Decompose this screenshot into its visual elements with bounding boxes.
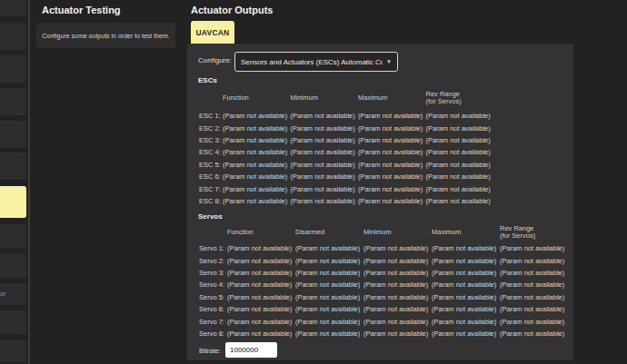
tab-uavcan[interactable]: UAVCAN [191, 21, 234, 44]
esc-rev-range-value: (Param not available) [426, 148, 494, 156]
esc-maximum-value: (Param not available) [358, 197, 426, 205]
esc-rev-range-value: (Param not available) [426, 197, 494, 205]
esc-minimum-value: (Param not available) [291, 161, 359, 169]
servo-minimum-value: (Param not available) [363, 318, 432, 326]
servo-maximum-value: (Param not available) [432, 293, 500, 301]
servo-minimum-value: (Param not available) [363, 280, 432, 289]
servo-maximum-value: (Param not available) [432, 318, 500, 326]
servo-table-row: Servo 3: (Param not available) (Param no… [187, 267, 573, 279]
esc-table-row: ESC 2: (Param not available) (Param not … [187, 122, 573, 133]
esc-row-label: ESC 2: [199, 124, 223, 133]
esc-rev-range-value: (Param not available) [426, 112, 494, 120]
servo-minimum-value: (Param not available) [363, 305, 432, 313]
servo-table-row: Servo 5: (Param not available) (Param no… [187, 291, 573, 303]
testing-notice-text: Configure some outputs in order to test … [42, 33, 169, 39]
esc-maximum-value: (Param not available) [358, 124, 426, 133]
esc-maximum-value: (Param not available) [358, 112, 426, 120]
servo-rev-range-value: (Param not available) [500, 244, 568, 252]
servo-maximum-value: (Param not available) [432, 244, 500, 252]
sidebar-item[interactable]: or [0, 283, 26, 305]
esc-table-row: ESC 1: (Param not available) (Param not … [187, 110, 573, 122]
sidebar-item[interactable] [0, 339, 26, 362]
chevron-down-icon: ▼ [386, 59, 392, 64]
sidebar-item[interactable] [0, 310, 26, 334]
esc-table-row: ESC 7: (Param not available) (Param not … [187, 182, 573, 194]
servo-function-value: (Param not available) [227, 257, 295, 265]
servo-rev-range-value: (Param not available) [500, 257, 568, 265]
servo-rev-range-value: (Param not available) [500, 318, 568, 326]
sidebar-item[interactable] [0, 253, 26, 278]
uavcan-panel: Configure: Sensors and Actuators (ESCs) … [187, 44, 573, 360]
servo-table-row: Servo 7: (Param not available) (Param no… [187, 315, 573, 327]
servo-minimum-value: (Param not available) [363, 269, 432, 277]
servo-table-row: Servo 4: (Param not available) (Param no… [187, 279, 573, 290]
esc-minimum-value: (Param not available) [291, 172, 359, 181]
bitrate-label: Bitrate: [199, 347, 221, 355]
actuator-testing-title: Actuator Testing [42, 5, 121, 15]
tab-uavcan-label: UAVCAN [196, 28, 230, 37]
esc-rev-range-value: (Param not available) [426, 172, 494, 181]
esc-maximum-value: (Param not available) [358, 161, 426, 169]
servo-disarmed-value: (Param not available) [295, 330, 363, 338]
esc-function-value: (Param not available) [223, 172, 291, 181]
escs-header-rev-range: Rev Range (for Servos) [426, 91, 494, 105]
servo-row-label: Servo 7: [199, 318, 227, 326]
sidebar-item[interactable] [0, 55, 26, 83]
sidebar-item[interactable] [0, 0, 26, 16]
servo-disarmed-value: (Param not available) [295, 244, 363, 252]
sidebar-item-selected[interactable] [0, 186, 26, 218]
setup-sidebar: or [0, 0, 28, 364]
servo-function-value: (Param not available) [227, 330, 295, 338]
esc-maximum-value: (Param not available) [358, 172, 426, 181]
servo-rev-range-value: (Param not available) [500, 269, 568, 277]
servo-function-value: (Param not available) [227, 244, 295, 252]
configure-label: Configure: [198, 56, 232, 64]
servo-row-label: Servo 6: [199, 305, 227, 313]
servo-function-value: (Param not available) [227, 305, 295, 313]
actuator-outputs-title: Actuator Outputs [191, 5, 273, 15]
esc-function-value: (Param not available) [223, 112, 291, 120]
servos-header-maximum: Maximum [432, 229, 500, 236]
sidebar-item[interactable] [0, 23, 26, 50]
esc-row-label: ESC 8: [199, 197, 223, 205]
esc-table-row: ESC 3: (Param not available) (Param not … [187, 134, 573, 146]
servo-minimum-value: (Param not available) [363, 244, 432, 252]
sidebar-item[interactable] [0, 152, 26, 180]
esc-minimum-value: (Param not available) [291, 124, 359, 133]
bitrate-input[interactable] [225, 342, 277, 358]
servo-function-value: (Param not available) [227, 280, 295, 289]
configure-dropdown[interactable]: Sensors and Actuators (ESCs) Automatic C… [234, 52, 398, 72]
sidebar-item-label-fragment: or [0, 290, 5, 297]
esc-table-row: ESC 8: (Param not available) (Param not … [187, 195, 573, 207]
servo-function-value: (Param not available) [227, 269, 295, 277]
servo-disarmed-value: (Param not available) [295, 318, 363, 326]
sidebar-item[interactable] [0, 88, 26, 115]
esc-row-label: ESC 3: [199, 136, 223, 144]
servos-header-minimum: Minimum [363, 229, 432, 236]
esc-row-label: ESC 4: [199, 148, 223, 156]
esc-table-row: ESC 4: (Param not available) (Param not … [187, 146, 573, 158]
servo-rev-range-value: (Param not available) [500, 280, 568, 289]
servo-maximum-value: (Param not available) [432, 330, 500, 338]
esc-minimum-value: (Param not available) [291, 148, 359, 156]
esc-minimum-value: (Param not available) [291, 197, 359, 205]
escs-table-header: Function Minimum Maximum Rev Range (for … [187, 89, 573, 106]
servo-maximum-value: (Param not available) [432, 280, 500, 289]
sidebar-item[interactable] [0, 121, 26, 148]
esc-function-value: (Param not available) [223, 148, 291, 156]
esc-function-value: (Param not available) [223, 136, 291, 144]
servo-rev-range-value: (Param not available) [500, 305, 568, 313]
esc-maximum-value: (Param not available) [358, 148, 426, 156]
esc-row-label: ESC 1: [199, 112, 223, 120]
sidebar-item[interactable] [0, 224, 26, 248]
esc-function-value: (Param not available) [223, 161, 291, 169]
servo-minimum-value: (Param not available) [363, 330, 432, 338]
esc-function-value: (Param not available) [223, 185, 291, 193]
servo-table-row: Servo 2: (Param not available) (Param no… [187, 254, 573, 266]
servo-rev-range-value: (Param not available) [500, 330, 568, 338]
servo-maximum-value: (Param not available) [432, 269, 500, 277]
esc-minimum-value: (Param not available) [291, 185, 359, 193]
servo-rev-range-value: (Param not available) [500, 293, 568, 301]
servos-table-rows: Servo 1: (Param not available) (Param no… [187, 242, 573, 339]
servos-header-function: Function [227, 229, 295, 236]
